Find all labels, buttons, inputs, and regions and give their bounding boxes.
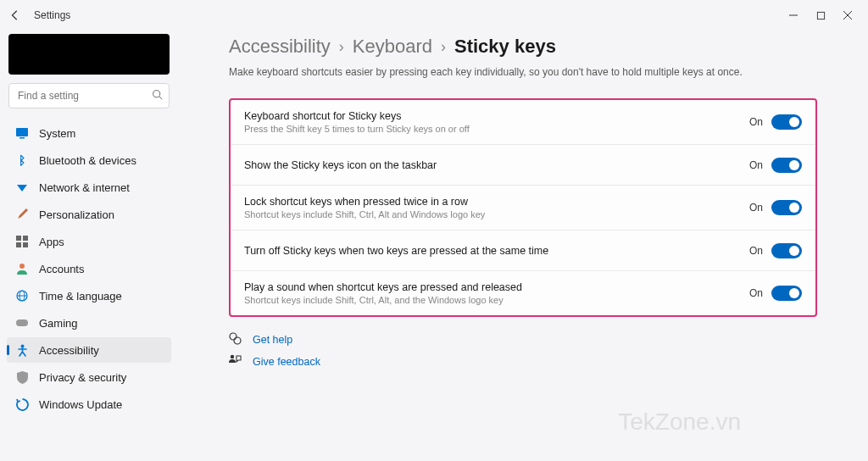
update-icon xyxy=(15,397,29,411)
svg-point-18 xyxy=(231,355,234,358)
sidebar-item-system[interactable]: System xyxy=(7,120,171,146)
window-controls xyxy=(780,3,861,27)
shield-icon xyxy=(15,370,29,384)
sidebar-item-label: System xyxy=(39,127,75,140)
setting-keyboard-shortcut: Keyboard shortcut for Sticky keys Press … xyxy=(231,100,815,145)
breadcrumb: Accessibility › Keyboard › Sticky keys xyxy=(229,36,817,58)
sidebar-item-gaming[interactable]: Gaming xyxy=(7,310,171,336)
user-account-block[interactable] xyxy=(8,34,170,75)
toggle-state-label: On xyxy=(749,287,763,299)
setting-text: Play a sound when shortcut keys are pres… xyxy=(244,281,749,305)
content-area: Accessibility › Keyboard › Sticky keys M… xyxy=(178,31,868,461)
sidebar-item-label: Network & internet xyxy=(39,181,130,194)
svg-point-16 xyxy=(230,333,236,340)
sidebar-item-bluetooth[interactable]: ᛒ Bluetooth & devices xyxy=(7,147,171,173)
give-feedback-link[interactable]: Give feedback xyxy=(229,354,817,369)
breadcrumb-accessibility[interactable]: Accessibility xyxy=(229,36,331,58)
toggle-state-label: On xyxy=(749,202,763,214)
back-button[interactable] xyxy=(7,7,24,24)
setting-title: Keyboard shortcut for Sticky keys xyxy=(244,110,749,122)
globe-icon xyxy=(15,289,29,303)
setting-turn-off-two-keys: Turn off Sticky keys when two keys are p… xyxy=(231,230,815,271)
search-wrap xyxy=(8,83,170,108)
toggle-state-label: On xyxy=(749,159,763,171)
display-icon xyxy=(15,126,29,140)
toggle-keyboard-shortcut[interactable] xyxy=(771,114,802,130)
link-label: Get help xyxy=(253,334,292,346)
sidebar-item-label: Time & language xyxy=(39,290,122,303)
footer-links: Get help Give feedback xyxy=(229,332,817,369)
sidebar-item-label: Accounts xyxy=(39,263,84,275)
setting-subtitle: Shortcut keys include Shift, Ctrl, Alt a… xyxy=(244,209,749,219)
svg-rect-9 xyxy=(23,242,28,247)
sidebar-item-personalization[interactable]: Personalization xyxy=(7,202,171,227)
help-icon xyxy=(229,332,242,347)
svg-rect-6 xyxy=(16,236,21,241)
toggle-show-icon[interactable] xyxy=(771,158,802,173)
page-description: Make keyboard shortcuts easier by pressi… xyxy=(229,66,817,78)
setting-title: Lock shortcut keys when pressed twice in… xyxy=(244,196,749,208)
breadcrumb-keyboard[interactable]: Keyboard xyxy=(353,36,432,58)
breadcrumb-current: Sticky keys xyxy=(454,36,556,58)
gamepad-icon xyxy=(15,316,29,330)
svg-point-17 xyxy=(234,337,241,344)
minimize-button[interactable] xyxy=(780,3,807,27)
window-title: Settings xyxy=(34,9,70,21)
wifi-icon xyxy=(15,181,29,194)
accessibility-icon xyxy=(15,343,29,357)
maximize-button[interactable] xyxy=(807,3,834,27)
toggle-turn-off-two-keys[interactable] xyxy=(771,243,802,258)
svg-rect-8 xyxy=(16,242,21,247)
chevron-right-icon: › xyxy=(441,38,446,56)
titlebar: Settings xyxy=(0,0,868,31)
sidebar-item-accounts[interactable]: Accounts xyxy=(7,256,171,281)
setting-text: Keyboard shortcut for Sticky keys Press … xyxy=(244,110,749,134)
sidebar-item-label: Gaming xyxy=(39,317,78,330)
sidebar-item-accessibility[interactable]: Accessibility xyxy=(7,337,171,363)
feedback-icon xyxy=(229,354,242,369)
sidebar-item-label: Accessibility xyxy=(39,344,99,357)
toggle-play-sound[interactable] xyxy=(771,286,802,301)
get-help-link[interactable]: Get help xyxy=(229,332,817,347)
brush-icon xyxy=(15,208,29,221)
search-input[interactable] xyxy=(8,83,170,108)
setting-text: Show the Sticky keys icon on the taskbar xyxy=(244,159,749,171)
apps-icon xyxy=(15,235,29,248)
svg-rect-1 xyxy=(817,12,824,19)
setting-text: Lock shortcut keys when pressed twice in… xyxy=(244,196,749,219)
chevron-right-icon: › xyxy=(339,38,344,56)
sidebar-item-privacy[interactable]: Privacy & security xyxy=(7,364,171,390)
sidebar-item-update[interactable]: Windows Update xyxy=(7,392,171,417)
svg-point-10 xyxy=(19,264,25,269)
sidebar-item-time[interactable]: Time & language xyxy=(7,283,171,308)
setting-text: Turn off Sticky keys when two keys are p… xyxy=(244,245,749,257)
nav-list: System ᛒ Bluetooth & devices Network & i… xyxy=(7,120,171,417)
svg-rect-7 xyxy=(23,236,28,241)
sidebar: System ᛒ Bluetooth & devices Network & i… xyxy=(0,31,178,461)
setting-title: Show the Sticky keys icon on the taskbar xyxy=(244,159,749,171)
setting-subtitle: Press the Shift key 5 times to turn Stic… xyxy=(244,124,749,134)
setting-play-sound: Play a sound when shortcut keys are pres… xyxy=(231,271,815,315)
sidebar-item-network[interactable]: Network & internet xyxy=(7,175,171,200)
settings-group: Keyboard shortcut for Sticky keys Press … xyxy=(229,98,817,317)
bluetooth-icon: ᛒ xyxy=(15,153,29,167)
svg-rect-4 xyxy=(16,128,28,136)
link-label: Give feedback xyxy=(253,356,320,368)
setting-lock-keys: Lock shortcut keys when pressed twice in… xyxy=(231,186,815,230)
sidebar-item-label: Bluetooth & devices xyxy=(39,154,136,167)
toggle-state-label: On xyxy=(749,116,763,128)
sidebar-item-label: Windows Update xyxy=(39,398,122,411)
toggle-state-label: On xyxy=(749,245,763,257)
toggle-lock-keys[interactable] xyxy=(771,200,802,215)
svg-rect-5 xyxy=(19,137,25,139)
person-icon xyxy=(15,262,29,275)
setting-show-icon: Show the Sticky keys icon on the taskbar… xyxy=(231,145,815,186)
sidebar-item-label: Personalization xyxy=(39,208,114,221)
sidebar-item-label: Apps xyxy=(39,236,64,248)
setting-subtitle: Shortcut keys include Shift, Ctrl, Alt, … xyxy=(244,295,749,305)
sidebar-item-apps[interactable]: Apps xyxy=(7,229,171,254)
svg-rect-14 xyxy=(16,319,28,326)
setting-title: Play a sound when shortcut keys are pres… xyxy=(244,281,749,293)
sidebar-item-label: Privacy & security xyxy=(39,371,126,384)
close-button[interactable] xyxy=(834,3,861,27)
